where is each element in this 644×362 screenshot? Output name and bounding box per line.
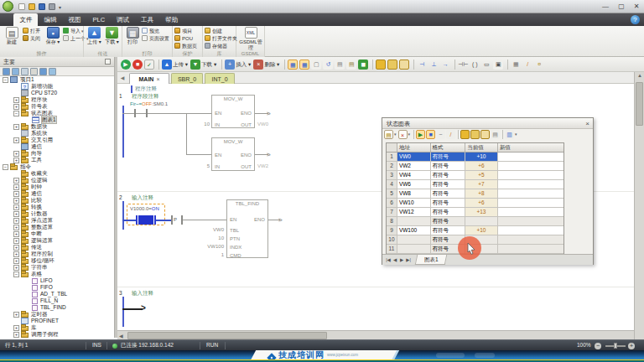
expander-icon[interactable]: +: [13, 151, 19, 157]
tree-item[interactable]: +传送: [0, 244, 114, 251]
undo-icon[interactable]: ↺: [323, 59, 333, 70]
library-memory-button[interactable]: 存储器: [205, 43, 227, 50]
operand[interactable]: VW100: [201, 244, 224, 249]
expander-icon[interactable]: +: [13, 198, 19, 204]
expander-icon[interactable]: +: [13, 332, 19, 338]
menu-tab-工具[interactable]: 工具: [135, 13, 159, 26]
expander-icon[interactable]: +: [13, 245, 19, 251]
help-icon[interactable]: ?: [631, 15, 640, 24]
address-cell[interactable]: VW8: [397, 189, 431, 199]
expander-icon[interactable]: −: [3, 77, 8, 83]
expander-icon[interactable]: −: [13, 111, 19, 116]
tree-item[interactable]: FILL_N: [0, 297, 114, 304]
quick-access-caret-icon[interactable]: ▾: [59, 4, 61, 10]
table-row[interactable]: 8有符号: [387, 217, 564, 226]
expander-icon[interactable]: +: [13, 184, 19, 190]
insert-button[interactable]: +插入 ▾: [225, 59, 251, 70]
tree-item[interactable]: +定时器: [0, 311, 114, 318]
address-cell[interactable]: VW12: [397, 208, 431, 217]
tree-item[interactable]: +交叉引用: [0, 137, 114, 143]
preview-button[interactable]: 预览: [142, 28, 159, 35]
tree-item[interactable]: +程序块: [0, 96, 114, 103]
scroll-thumb[interactable]: [636, 82, 643, 126]
table-row[interactable]: 6VW10有符号+6: [387, 199, 564, 208]
scroll-left-icon[interactable]: ◀: [119, 333, 123, 339]
operand[interactable]: VW0: [201, 227, 224, 232]
expander-icon[interactable]: +: [13, 225, 19, 230]
print-icon[interactable]: [49, 3, 55, 10]
tbl-find-box[interactable]: TBL_FIND EN ENO TBL PTN INDX CMD: [226, 199, 268, 258]
write-icon[interactable]: /: [446, 130, 455, 139]
library-create-button[interactable]: 创建: [205, 28, 222, 35]
zoom-slider-thumb[interactable]: [614, 343, 617, 349]
protect-pou-button[interactable]: POU: [174, 35, 193, 43]
unforce-all-icon[interactable]: [480, 130, 490, 139]
scroll-up-icon[interactable]: ▲: [637, 73, 642, 78]
app-menu-icon[interactable]: [3, 1, 13, 12]
tree-item[interactable]: AD_T_TBL: [0, 291, 114, 297]
tree-item[interactable]: +程序控制: [0, 251, 114, 257]
download-button[interactable]: ▼下载 ▾: [103, 27, 121, 45]
format-cell[interactable]: 有符号: [431, 189, 466, 199]
view-status-icon[interactable]: [21, 68, 29, 75]
view-cross-ref-icon[interactable]: [39, 68, 47, 75]
upload-button[interactable]: ▲上传 ▾: [162, 59, 188, 70]
tree-item[interactable]: TBL_FIND: [0, 304, 114, 311]
paste-icon[interactable]: ▤: [346, 59, 356, 70]
force-lock-icon[interactable]: [376, 59, 386, 70]
expander-icon[interactable]: +: [13, 325, 19, 331]
tree-item[interactable]: 收藏夹: [0, 170, 114, 177]
run-icon[interactable]: ▶: [121, 59, 131, 70]
pou-selector-icon[interactable]: ◀: [119, 75, 126, 82]
operand[interactable]: VW0: [257, 122, 268, 127]
tree-item[interactable]: +计数器: [0, 210, 114, 217]
format-cell[interactable]: 有符号: [431, 162, 466, 171]
new-value-cell[interactable]: [498, 226, 564, 235]
address-cell[interactable]: VW6: [397, 180, 431, 189]
table-row[interactable]: 4VW6有符号+7: [387, 180, 564, 189]
expander-icon[interactable]: −: [13, 272, 19, 277]
horizontal-scrollbar[interactable]: ◀: [117, 330, 634, 339]
key-icon[interactable]: ¤: [534, 59, 544, 70]
new-value-cell[interactable]: [498, 208, 564, 217]
view-project-icon[interactable]: [3, 68, 10, 75]
bookmark-icon[interactable]: ▦: [288, 59, 298, 70]
tree-item[interactable]: +逻辑运算: [0, 237, 114, 244]
download-button[interactable]: ▼下载 ▾: [190, 59, 216, 70]
zoom-in-button[interactable]: +: [628, 343, 635, 349]
dropdown-caret-icon[interactable]: ▾: [515, 130, 517, 139]
new-value-cell[interactable]: [498, 162, 564, 171]
expander-icon[interactable]: +: [13, 104, 19, 110]
new-value-cell[interactable]: [498, 217, 564, 226]
tree-item[interactable]: +移位/循环: [0, 257, 114, 264]
status-chart-title-bar[interactable]: 状态图表 ×: [382, 118, 593, 129]
tree-item[interactable]: +向导: [0, 150, 114, 157]
table-view-icon[interactable]: ▦: [511, 59, 521, 70]
format-cell[interactable]: 有符号: [431, 153, 466, 162]
tree-item[interactable]: +符号表: [0, 103, 114, 110]
table-row[interactable]: 5VW8有符号+8: [387, 189, 564, 199]
expander-icon[interactable]: +: [13, 238, 19, 244]
format-cell[interactable]: 有符号: [431, 226, 466, 235]
address-cell[interactable]: VW2: [397, 162, 431, 171]
minimize-button[interactable]: —: [599, 1, 612, 12]
sheet-nav-icon[interactable]: ▶|: [405, 255, 412, 265]
next-bookmark-icon[interactable]: ▦: [299, 59, 309, 70]
expander-icon[interactable]: +: [13, 124, 19, 130]
table-row[interactable]: 9VW100有符号+10: [387, 226, 564, 235]
format-cell[interactable]: 有符号: [431, 217, 466, 226]
operand[interactable]: 5: [198, 163, 210, 168]
table-row[interactable]: 2VW2有符号+6: [387, 162, 564, 171]
force-icon[interactable]: [460, 130, 470, 139]
view-symbol-icon[interactable]: [12, 68, 19, 75]
tree-item[interactable]: 图表1: [0, 116, 114, 123]
contact-icon[interactable]: [136, 215, 138, 225]
tree-item[interactable]: +通信: [0, 190, 114, 197]
auto-hide-pin-icon[interactable]: [105, 59, 111, 65]
mov-w-box[interactable]: MOV_W EN ENO IN OUT: [211, 95, 255, 128]
address-cell[interactable]: [397, 217, 431, 226]
tree-item[interactable]: LIFO: [0, 277, 114, 284]
menu-tab-编辑[interactable]: 编辑: [38, 13, 62, 26]
tree-item[interactable]: −指令: [0, 163, 114, 170]
pause-read-icon[interactable]: ■: [426, 130, 435, 139]
